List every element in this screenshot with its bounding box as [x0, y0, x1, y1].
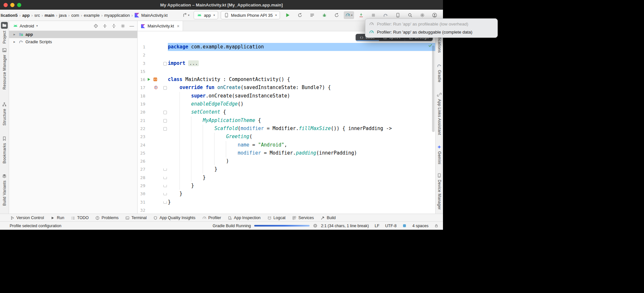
cancel-build-icon[interactable]: [313, 223, 318, 228]
status-widget-icon[interactable]: [402, 224, 407, 228]
hide-panel-button[interactable]: —: [130, 24, 134, 28]
tool-stripe-gemini[interactable]: Gemini: [436, 145, 443, 164]
tool-stripe-device-manager[interactable]: Device Manager: [436, 173, 443, 210]
toolwindow-button-app-quality-insights[interactable]: App Quality Insights: [153, 216, 195, 220]
editor-scrollbar[interactable]: [432, 45, 435, 132]
line-separator-widget[interactable]: LF: [375, 224, 380, 228]
code-line-25[interactable]: 25 modifier = Modifier.padding(innerPadd…: [138, 149, 435, 157]
fold-marker[interactable]: [163, 185, 167, 187]
editor-tab-mainactivity[interactable]: MainActivity.kt ×: [138, 21, 183, 31]
device-manager-button[interactable]: [393, 11, 403, 19]
encoding-widget[interactable]: UTF-8: [385, 224, 397, 228]
breadcrumb-item-mainactivity-kt[interactable]: MainActivity.kt: [134, 13, 168, 18]
attach-debugger-button[interactable]: [356, 11, 366, 19]
toolwindow-button-terminal[interactable]: Terminal: [125, 216, 147, 220]
account-button[interactable]: [429, 11, 440, 19]
code-line-26[interactable]: 26 ): [138, 157, 435, 165]
fold-marker[interactable]: [163, 86, 167, 90]
tool-stripe-app-links-assistant[interactable]: App Links Assistant: [436, 92, 443, 135]
lock-icon[interactable]: [434, 224, 438, 228]
indent-widget[interactable]: 4 spaces: [412, 224, 428, 228]
code-line-28[interactable]: 28 }: [138, 174, 435, 182]
code-line-31[interactable]: 31}: [138, 198, 435, 206]
code-editor[interactable]: 1package com.example.myapplication23impo…: [138, 31, 435, 214]
vcs-update-button[interactable]: ▾: [181, 11, 191, 19]
toolwindow-button-logcat[interactable]: Logcat: [267, 216, 286, 220]
run-button[interactable]: [283, 11, 293, 19]
stop-button[interactable]: [368, 11, 379, 19]
tool-stripe-build-variants[interactable]: Build Variants: [0, 174, 9, 206]
collapse-all-button[interactable]: [102, 24, 107, 28]
toolwindow-button-run[interactable]: Run: [51, 216, 64, 220]
breadcrumb-item-myapplication[interactable]: myapplication: [104, 13, 130, 18]
tool-stripe-structure[interactable]: Structure: [0, 102, 9, 126]
tool-stripe-bookmarks[interactable]: Bookmarks: [0, 136, 9, 164]
code-line-21[interactable]: 21 MyApplicationTheme {: [138, 116, 435, 125]
code-line-22[interactable]: 22 Scaffold(modifier = Modifier.fillMaxS…: [138, 125, 435, 133]
fold-marker[interactable]: [163, 111, 167, 114]
breadcrumb-item-com[interactable]: com: [71, 13, 79, 18]
chevron-right-icon[interactable]: ▸: [14, 32, 17, 36]
tool-stripe-resource-manager[interactable]: Resource Manager: [0, 48, 9, 89]
settings-button[interactable]: [417, 11, 428, 19]
panel-options-button[interactable]: [120, 24, 125, 28]
apply-code-changes-button[interactable]: [332, 11, 342, 19]
breadcrumb-item-app[interactable]: app: [22, 13, 30, 18]
code-line-15[interactable]: 15: [138, 67, 435, 76]
tool-stripe-gradle[interactable]: Gradle: [436, 63, 443, 82]
code-line-23[interactable]: 23 Greeting(: [138, 133, 435, 141]
tool-stripe-project[interactable]: Project: [0, 22, 9, 44]
code-line-27[interactable]: 27 }: [138, 165, 435, 173]
fold-marker[interactable]: [163, 201, 167, 204]
run-gutter-icon[interactable]: [147, 77, 151, 82]
apply-changes-button[interactable]: [295, 11, 305, 19]
code-line-1[interactable]: 1package com.example.myapplication: [138, 43, 435, 51]
breadcrumb-item-src[interactable]: src: [34, 13, 40, 18]
toolwindow-button-problems[interactable]: Problems: [95, 216, 119, 220]
minimize-button[interactable]: [10, 3, 14, 7]
code-line-20[interactable]: 20 setContent {: [138, 108, 435, 116]
fold-marker[interactable]: [163, 193, 167, 195]
fold-marker[interactable]: [163, 62, 167, 66]
code-line-2[interactable]: 2: [138, 51, 435, 59]
caret-position-widget[interactable]: 2:1 (34 chars, 1 line break): [321, 224, 369, 228]
expand-all-button[interactable]: [111, 24, 116, 28]
toolwindow-button-services[interactable]: Services: [292, 216, 314, 220]
tree-item-app[interactable]: ▸app: [9, 31, 137, 38]
run-configuration-select[interactable]: app ▾: [194, 11, 218, 19]
code-line-17[interactable]: 17 override fun onCreate(savedInstanceSt…: [138, 84, 435, 92]
profiler-menu-item-2[interactable]: Profiler: Run 'app' as debuggable (compl…: [365, 28, 497, 36]
code-line-18[interactable]: 18 super.onCreate(savedInstanceState): [138, 92, 435, 100]
device-select[interactable]: Medium Phone API 35 ▾: [221, 11, 280, 19]
toolwindow-button-build[interactable]: Build: [321, 216, 336, 220]
close-button[interactable]: [4, 3, 8, 7]
toolwindow-button-app-inspection[interactable]: App Inspection: [228, 216, 261, 220]
breadcrumb-item-main[interactable]: main: [44, 13, 54, 18]
zoom-button[interactable]: [17, 3, 21, 7]
build-menu-button[interactable]: [307, 11, 317, 19]
select-opened-file-button[interactable]: [93, 24, 98, 28]
breadcrumb-item-example[interactable]: example: [84, 13, 100, 18]
fold-marker[interactable]: [163, 127, 167, 131]
fold-marker[interactable]: [163, 168, 167, 171]
sync-gradle-button[interactable]: [380, 11, 391, 19]
code-line-3[interactable]: 3import ...: [138, 59, 435, 67]
code-line-32[interactable]: 32: [138, 206, 435, 214]
fold-marker[interactable]: [163, 177, 167, 179]
breadcrumb-item-java[interactable]: java: [59, 13, 67, 18]
toolwindow-button-todo[interactable]: TODO: [71, 216, 89, 220]
fold-marker[interactable]: [163, 119, 167, 123]
breadcrumb-item-lication5[interactable]: lication5: [1, 13, 18, 18]
code-line-19[interactable]: 19 enableEdgeToEdge(): [138, 100, 435, 108]
code-line-30[interactable]: 30 }: [138, 190, 435, 198]
toolwindow-button-profiler[interactable]: Profiler: [202, 216, 221, 220]
code-line-24[interactable]: 24 name = "Android",: [138, 141, 435, 149]
toolwindow-button-version-control[interactable]: Version Control: [10, 216, 44, 220]
code-line-16[interactable]: 16class MainActivity : ComponentActivity…: [138, 76, 435, 84]
debug-button[interactable]: [319, 11, 330, 19]
profiler-menu-item-1[interactable]: Profiler: Run 'app' as profileable (low …: [365, 20, 497, 28]
close-tab-icon[interactable]: ×: [177, 24, 179, 29]
project-view-selector[interactable]: Android: [20, 24, 34, 28]
code-line-29[interactable]: 29 }: [138, 182, 435, 190]
search-everywhere-button[interactable]: [405, 11, 415, 19]
